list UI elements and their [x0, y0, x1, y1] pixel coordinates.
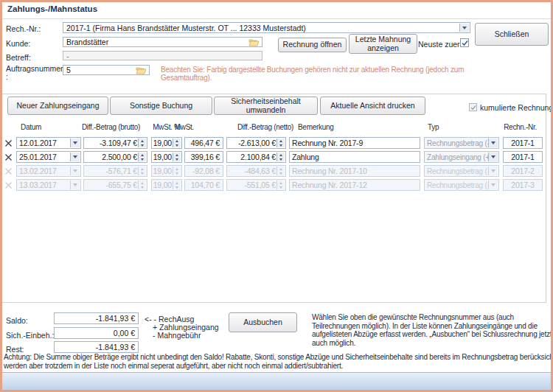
- auftragsnummer-label: Auftragsnummer :: [6, 65, 63, 81]
- typ-dropdown-button: [488, 139, 498, 147]
- rech-nr-dropdown-button[interactable]: [459, 24, 469, 32]
- rechn-nr-field: 2017-1: [503, 137, 543, 149]
- netto-field[interactable]: -2.613,00 €: [226, 137, 286, 149]
- neuste-zuerst-checkbox[interactable]: [460, 38, 469, 47]
- chevron-down-icon: [73, 169, 77, 172]
- typ-dropdown: Rechnungsbetrag (-): [424, 179, 499, 191]
- mwst-prozent-field[interactable]: 19,00: [151, 137, 182, 149]
- achtung-warning-text: Achtung: Die Summe obiger Beträge ergibt…: [4, 353, 553, 370]
- mwst-field: 496,47 €: [184, 137, 223, 149]
- bemerkung-field[interactable]: Rechnung Nr. 2017-9: [289, 137, 420, 149]
- column-header-typ: Typ: [428, 123, 439, 131]
- netto-value: 2.100,84 €: [240, 153, 276, 161]
- check-icon: [462, 40, 468, 46]
- datum-field[interactable]: 12.01.2017: [16, 137, 81, 149]
- delete-row-icon[interactable]: [4, 139, 13, 147]
- column-header-rechn-nr: Rechn.-Nr.: [487, 123, 537, 131]
- kunde-label: Kunde:: [6, 39, 30, 48]
- delete-row-icon: [4, 167, 13, 175]
- datum-field: 13.03.2017: [16, 179, 81, 191]
- mwst-prozent-value: 19,00: [153, 153, 172, 161]
- datum-dropdown-button: [70, 167, 80, 175]
- neuer-zahlungseingang-button[interactable]: Neuer Zahlungseingang: [7, 97, 108, 115]
- rech-nr-combobox[interactable]: 2017-1 (Firma Hans Brandstätter Musterst…: [63, 22, 470, 33]
- netto-spinner[interactable]: [276, 139, 285, 147]
- farbige-buchungen-hint: Beachten Sie: Farbig dargestellte Buchun…: [161, 66, 464, 82]
- ausbuchen-button[interactable]: Ausbuchen: [229, 312, 297, 332]
- neuste-zuerst-label: Neuste zuerst: [418, 40, 466, 49]
- mwst-prozent-field[interactable]: 19,00: [151, 151, 182, 163]
- typ-value: Rechnungsbetrag (-): [427, 181, 492, 189]
- spinner-down-icon: [279, 158, 282, 161]
- typ-value: Rechnungsbetrag (-): [427, 139, 492, 147]
- kunde-value: Brandstätter: [63, 38, 262, 46]
- kunde-field[interactable]: Brandstätter: [63, 37, 262, 47]
- netto-value: -551,05 €: [244, 181, 276, 189]
- spinner-down-icon: [279, 172, 282, 175]
- datum-value: 13.03.2017: [19, 181, 57, 189]
- mwst-value: 104,70 €: [191, 181, 220, 189]
- rechnung-oeffnen-button[interactable]: Rechnung öffnen: [278, 38, 347, 52]
- sonstige-buchung-button[interactable]: Sonstige Buchung: [110, 97, 212, 115]
- netto-field[interactable]: 2.100,84 €: [226, 151, 286, 163]
- mwst-prozent-value: 19,00: [153, 167, 172, 175]
- mwst-prozent-spinner[interactable]: [173, 153, 181, 161]
- sicherheitseinbehalt-umwandeln-button[interactable]: Sicherheitseinbehalt umwandeln: [214, 97, 318, 115]
- netto-field: -551,05 €: [226, 179, 286, 191]
- column-header-brutto: Diff.-Betrag (brutto): [81, 123, 140, 131]
- mwst-field: 399,16 €: [184, 151, 223, 163]
- bemerkung-value: Rechnung Nr. 2017-10: [292, 167, 367, 175]
- mwst-prozent-value: 19,00: [153, 139, 172, 147]
- check-icon: [470, 105, 476, 111]
- rechn-nr-value: 2017-1: [511, 139, 535, 147]
- delete-row-icon[interactable]: [4, 153, 13, 161]
- datum-dropdown-button[interactable]: [70, 153, 80, 161]
- brutto-value: 2.500,00 €: [102, 153, 137, 161]
- brutto-spinner: [138, 181, 146, 189]
- spinner-down-icon: [175, 158, 178, 161]
- spinner-up-icon: [279, 140, 282, 142]
- typ-dropdown-button: [488, 153, 498, 161]
- rech-nr-value: 2017-1 (Firma Hans Brandstätter Musterst…: [63, 24, 470, 32]
- brutto-spinner: [138, 167, 146, 175]
- brutto-spinner[interactable]: [138, 153, 146, 161]
- rest-field: -1.841,93 €: [54, 341, 139, 353]
- netto-spinner[interactable]: [276, 153, 285, 161]
- brutto-field[interactable]: 2.500,00 €: [83, 151, 147, 163]
- datum-value: 12.01.2017: [19, 139, 57, 147]
- auftragsnummer-folder-icon[interactable]: [135, 66, 147, 74]
- typ-dropdown: Rechnungsbetrag (-): [424, 137, 499, 149]
- aktuelle-ansicht-drucken-button[interactable]: Aktuelle Ansicht drucken: [320, 97, 425, 115]
- saldo-field: -1.841,93 €: [54, 312, 139, 324]
- spinner-up-icon: [175, 168, 178, 170]
- table-row: 13.03.2017 -655,75 € 19,00 104,70 € -551…: [0, 179, 547, 192]
- typ-dropdown-button: [488, 181, 498, 189]
- kunde-folder-icon[interactable]: [248, 38, 260, 46]
- delete-row-icon: [4, 181, 13, 189]
- brutto-field: -576,71 €: [83, 165, 147, 177]
- saldo-legend-line-3: - Mahngebühr: [153, 331, 201, 340]
- letzte-mahnung-button[interactable]: Letzte Mahnung anzeigen: [349, 34, 417, 54]
- rechn-nr-value: 2017-1: [511, 153, 535, 161]
- schliessen-button[interactable]: Schließen: [475, 23, 549, 46]
- datum-dropdown-button[interactable]: [70, 139, 80, 147]
- spinner-down-icon: [175, 172, 178, 175]
- brutto-field[interactable]: -3.109,47 €: [83, 137, 147, 149]
- mwst-prozent-field: 19,00: [151, 165, 182, 177]
- bemerkung-field: Rechnung Nr. 2017-10: [289, 165, 420, 177]
- mwst-field: -92,08 €: [184, 165, 223, 177]
- column-header-bemerkung: Bemerkung: [298, 123, 333, 131]
- brutto-field: -655,75 €: [83, 179, 147, 191]
- auftragsnummer-field[interactable]: 5: [63, 65, 150, 75]
- title-separator: [2, 18, 551, 19]
- rechn-nr-field: 2017-1: [503, 151, 543, 163]
- mwst-prozent-spinner[interactable]: [173, 139, 181, 147]
- datum-field: 13.02.2017: [16, 165, 81, 177]
- spinner-up-icon: [279, 168, 282, 170]
- spinner-up-icon: [175, 182, 178, 184]
- brutto-spinner[interactable]: [138, 139, 146, 147]
- datum-field[interactable]: 25.01.2017: [16, 151, 81, 163]
- bemerkung-field[interactable]: Zahlung: [289, 151, 420, 163]
- spinner-down-icon: [175, 144, 178, 147]
- spinner-down-icon: [279, 186, 282, 189]
